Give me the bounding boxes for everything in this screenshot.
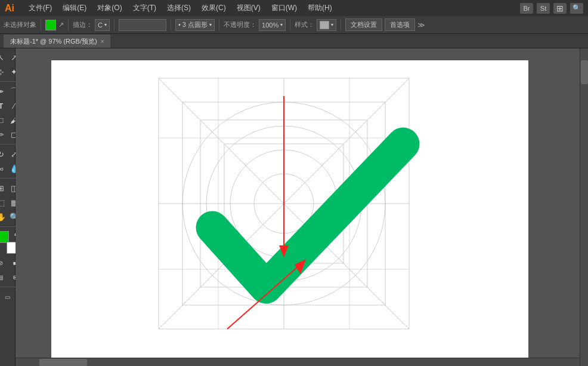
divider-5 (219, 19, 219, 31)
bottom-icon-row-3: ▭ (1, 290, 14, 303)
menu-file[interactable]: 文件(F) (24, 2, 57, 14)
rotate-tool[interactable]: ↻ (0, 147, 8, 161)
opacity-label: 不透明度： (224, 20, 256, 29)
title-right-icons: Br St ⊞ 🔍 (520, 3, 583, 14)
divider-4 (171, 19, 171, 31)
toolbar: 未选择对象 ↗ 描边： C ▾ • 3 点圆形 ▾ 不透明度： 100% ▾ 样… (0, 16, 588, 34)
document-tab[interactable]: 未标题-1* @ 97% (RGB/预览) × (4, 35, 110, 48)
menu-bar: 文件(F) 编辑(E) 对象(O) 文字(T) 选择(S) 效果(C) 视图(V… (24, 2, 515, 14)
hand-tool[interactable]: ✋ (0, 210, 8, 223)
foreground-color[interactable] (0, 231, 9, 243)
style-dropdown[interactable]: ▾ (317, 19, 336, 31)
style-label: 样式： (295, 20, 314, 29)
vertical-scrollbar[interactable] (580, 48, 588, 366)
pen-tool[interactable]: ✒ (0, 85, 8, 98)
fill-color-swatch[interactable] (45, 20, 56, 30)
app-logo: Ai (5, 3, 14, 14)
left-toolbar: ↖ ↗ ⊹ ✦ ✒ ⌒ T ∕ □ 🖌 ✏ ◻ ↻ ⤢ ∞ (0, 48, 16, 366)
search-icon[interactable]: 🔍 (570, 3, 583, 14)
artboard-tool[interactable]: ⬚ (0, 196, 8, 209)
divider-6 (290, 19, 290, 31)
scroll-thumb-v[interactable] (581, 60, 588, 84)
scroll-thumb-h[interactable] (39, 359, 87, 366)
point-style-dropdown[interactable]: • 3 点圆形 ▾ (175, 19, 215, 31)
canvas-area (16, 48, 588, 366)
text-tool[interactable]: T (0, 99, 8, 112)
doc-settings-button[interactable]: 文档设置 (345, 19, 382, 31)
blend-tool[interactable]: ∞ (0, 162, 8, 175)
menu-help[interactable]: 帮助(H) (303, 2, 337, 14)
divider-7 (341, 19, 341, 31)
arrow-icon: ↗ (58, 21, 64, 29)
menu-view[interactable]: 视图(V) (232, 2, 265, 14)
opacity-dropdown[interactable]: 100% ▾ (259, 19, 286, 31)
grid-icon[interactable]: ⊞ (553, 3, 567, 14)
divider-2 (68, 19, 69, 31)
gradient-swatch-icon[interactable]: ▤ (0, 270, 7, 284)
no-selection-label: 未选择对象 (4, 20, 36, 29)
artboard-svg (51, 60, 528, 359)
shape-tool[interactable]: □ (0, 113, 8, 127)
artboard (51, 60, 528, 359)
toolbar-expand-icon[interactable]: ≫ (417, 21, 425, 29)
tab-title: 未标题-1* @ 97% (RGB/预览) (10, 37, 97, 46)
pencil-tool[interactable]: ✏ (0, 128, 8, 141)
reset-colors-icon[interactable]: ↩ (0, 247, 1, 253)
mesh-tool[interactable]: ⊞ (0, 182, 8, 195)
none-stroke-icon[interactable]: ⊘ (0, 256, 7, 269)
screen-mode-icon[interactable]: ▭ (1, 290, 14, 303)
main-area: ↖ ↗ ⊹ ✦ ✒ ⌒ T ∕ □ 🖌 ✏ ◻ ↻ ⤢ ∞ (0, 48, 588, 366)
menu-object[interactable]: 对象(O) (92, 2, 126, 14)
menu-text[interactable]: 文字(T) (128, 2, 161, 14)
preferences-button[interactable]: 首选项 (385, 19, 415, 31)
stock-icon[interactable]: St (537, 3, 550, 14)
stroke-dropdown[interactable]: C ▾ (95, 19, 110, 31)
divider-1 (41, 19, 41, 31)
menu-window[interactable]: 窗口(W) (267, 2, 302, 14)
divider-3 (114, 19, 114, 31)
tab-bar: 未标题-1* @ 97% (RGB/预览) × (0, 34, 588, 48)
menu-select[interactable]: 选择(S) (162, 2, 196, 14)
menu-effect[interactable]: 效果(C) (197, 2, 231, 14)
stroke-label: 描边： (73, 20, 92, 29)
lasso-tool[interactable]: ⊹ (0, 65, 8, 78)
horizontal-scrollbar[interactable] (16, 358, 580, 366)
tab-close-button[interactable]: × (101, 38, 104, 45)
menu-edit[interactable]: 编辑(E) (58, 2, 91, 14)
bridge-icon[interactable]: Br (520, 3, 533, 14)
title-bar: Ai 文件(F) 编辑(E) 对象(O) 文字(T) 选择(S) 效果(C) 视… (0, 0, 588, 16)
stroke-input-box (119, 19, 166, 31)
select-tool[interactable]: ↖ (0, 51, 8, 64)
